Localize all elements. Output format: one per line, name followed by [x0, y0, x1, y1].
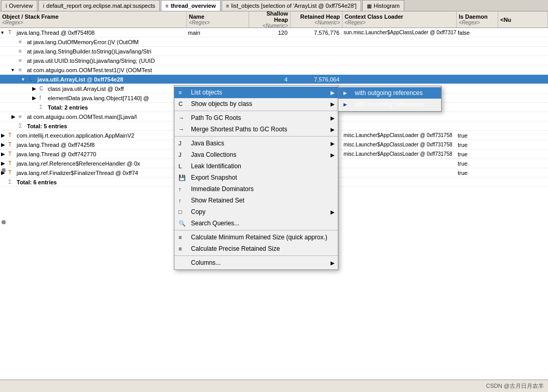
- row-label: elementData java.lang.Object[71140] @: [48, 95, 149, 101]
- col-sub-shallow: <Numeric>: [251, 23, 288, 28]
- cell-daemon: true: [457, 159, 498, 168]
- menu-separator: [174, 111, 338, 111]
- expand-icon[interactable]: ▶: [1, 132, 8, 138]
- cell-rest: [498, 28, 548, 37]
- table-header: Object / Stack Frame <Regex> Name <Regex…: [0, 11, 548, 28]
- table-row[interactable]: ≡at java.lang.OutOfMemoryError.()V (OutO…: [0, 37, 548, 47]
- expand-icon[interactable]: ▾: [1, 30, 8, 35]
- cell-context: [342, 112, 457, 121]
- menu-arrow-java_collections: ▶: [331, 152, 335, 158]
- table-row[interactable]: ▾L java.util.ArrayList @ 0xff754e2847,57…: [0, 75, 548, 84]
- expand-icon[interactable]: ▾: [11, 67, 19, 73]
- menu-label-java_basics: Java Basics: [191, 140, 327, 147]
- menu-item-list_objects[interactable]: ≡List objects▶►with outgoing references►…: [174, 87, 338, 98]
- submenu-item-with_incoming[interactable]: ►with incoming references: [338, 99, 441, 110]
- row-icon: T: [8, 151, 16, 157]
- expand-icon[interactable]: ▶: [1, 160, 8, 166]
- tab-thread-overview[interactable]: ≡ thread_overview: [161, 0, 221, 11]
- table-row[interactable]: ≡at java.util.UUID.toString()Ljava/lang/…: [0, 56, 548, 65]
- cell-shallow: [249, 65, 291, 74]
- menu-item-export_snap[interactable]: 💾Export Snapshot: [174, 172, 338, 183]
- row-label: java.lang.ref.Finalizer$FinalizerThread …: [17, 170, 138, 176]
- col-header-name[interactable]: Name <Regex>: [187, 11, 249, 28]
- cell-rest: [498, 178, 548, 186]
- submenu-item-with_outgoing[interactable]: ►with outgoing references: [338, 87, 441, 99]
- col-label-rest: <Nu: [500, 17, 545, 23]
- cell-obj: ▶Tjava.lang.Thread @ 0xff7425f8: [0, 140, 187, 149]
- tab-overview[interactable]: i Overview: [1, 0, 37, 11]
- menu-item-merge_paths[interactable]: →Merge Shortest Paths to GC Roots▶: [174, 124, 338, 135]
- menu-label-calc_min: Calculate Minimum Retained Size (quick a…: [191, 234, 327, 241]
- cell-context: [342, 168, 457, 177]
- cell-daemon: true: [457, 131, 498, 140]
- cell-shallow: 4: [249, 75, 291, 84]
- table-row[interactable]: ≡at java.lang.StringBuilder.toString()Lj…: [0, 47, 548, 56]
- col-header-daemon[interactable]: Is Daemon <Regex>: [457, 11, 498, 28]
- cell-retained: 7,576,776: [291, 28, 342, 37]
- cell-name: [187, 65, 249, 74]
- menu-arrow-columns: ▶: [331, 260, 335, 266]
- main-area: Object / Stack Frame <Regex> Name <Regex…: [0, 11, 548, 380]
- cell-daemon: false: [457, 28, 498, 37]
- menu-item-imm_dom[interactable]: ↑Immediate Dominators: [174, 183, 338, 195]
- side-dot-2: [2, 220, 6, 224]
- cell-daemon: true: [457, 168, 498, 177]
- menu-item-columns[interactable]: Columns...▶: [174, 257, 338, 268]
- submenu-label-with_incoming: with incoming references: [355, 101, 424, 108]
- menu-arrow-merge_paths: ▶: [331, 127, 335, 132]
- col-sub-retained: <Numeric>: [293, 20, 340, 25]
- menu-item-show_retained[interactable]: ↑Show Retained Set: [174, 195, 338, 206]
- tab-histogram[interactable]: ▦ Histogram: [362, 0, 404, 11]
- row-label: at com.atguigu.oom.OOMTest.test1()V (OOM…: [27, 67, 152, 73]
- cell-name: [187, 47, 249, 56]
- row-label: at java.util.UUID.toString()Ljava/lang/S…: [27, 58, 155, 64]
- menu-item-search_queries[interactable]: 🔍Search Queries...: [174, 218, 338, 229]
- submenu-list-objects: ►with outgoing references►with incoming …: [338, 86, 442, 112]
- menu-item-copy[interactable]: □Copy▶: [174, 206, 338, 218]
- cell-rest: [498, 159, 548, 168]
- cell-obj: ▾Tjava.lang.Thread @ 0xff754f08: [0, 28, 187, 37]
- expand-icon[interactable]: ▶: [1, 151, 8, 157]
- cell-rest: [498, 121, 548, 130]
- menu-icon-leak_id: L: [179, 163, 188, 169]
- row-icon: Σ: [19, 123, 26, 129]
- menu-label-java_collections: Java Collections: [191, 151, 327, 158]
- col-header-retained[interactable]: Retained Heap <Numeric>: [291, 11, 342, 28]
- expand-icon[interactable]: ▶: [32, 95, 39, 101]
- menu-separator: [174, 230, 338, 231]
- tab-list-objects[interactable]: ≡ list_objects [selection of 'ArrayList …: [222, 0, 361, 11]
- menu-item-leak_id[interactable]: LLeak Identification: [174, 160, 338, 172]
- col-label-shallow: Shallow Heap: [251, 11, 288, 23]
- tab-default-report[interactable]: i default_report org.eclipse.mat.api:sus…: [38, 0, 160, 11]
- table-row[interactable]: ▾≡at com.atguigu.oom.OOMTest.test1()V (O…: [0, 65, 548, 75]
- row-icon: ≡: [19, 48, 26, 54]
- menu-item-java_basics[interactable]: JJava Basics▶: [174, 138, 338, 149]
- row-label: java.lang.Thread @ 0xff754f08: [17, 30, 94, 36]
- cell-rest: [498, 65, 548, 74]
- menu-item-path_to_gc[interactable]: →Path To GC Roots▶: [174, 112, 338, 124]
- menu-icon-imm_dom: ↑: [179, 186, 188, 192]
- cell-rest: [498, 75, 548, 84]
- cell-obj: ΣTotal: 2 entries: [0, 103, 187, 112]
- menu-item-java_collections[interactable]: JJava Collections▶: [174, 149, 338, 160]
- cell-obj: ▶C class java.util.ArrayList @ 0xff: [0, 84, 187, 93]
- expand-icon[interactable]: ▾: [22, 76, 29, 82]
- menu-item-calc_min[interactable]: ≡Calculate Minimum Retained Size (quick …: [174, 232, 338, 243]
- col-header-rest[interactable]: <Nu: [498, 11, 548, 28]
- col-header-obj[interactable]: Object / Stack Frame <Regex>: [0, 11, 187, 28]
- cell-daemon: [457, 93, 498, 102]
- cell-rest: [498, 140, 548, 149]
- col-header-context[interactable]: Context Class Loader <Regex>: [342, 11, 457, 28]
- expand-icon[interactable]: ▶: [32, 86, 39, 91]
- col-header-shallow[interactable]: Shallow Heap <Numeric>: [249, 11, 291, 28]
- bottom-bar: CSDN @古月日月农羊: [0, 380, 548, 392]
- cell-retained: [291, 47, 342, 56]
- cell-daemon: [457, 47, 498, 56]
- menu-item-show_by_class[interactable]: CShow objects by class▶: [174, 98, 338, 110]
- expand-icon[interactable]: ▶: [11, 114, 19, 119]
- menu-label-show_retained: Show Retained Set: [191, 197, 327, 204]
- table-row[interactable]: ▾Tjava.lang.Thread @ 0xff754f08main1207,…: [0, 28, 548, 37]
- menu-item-calc_precise[interactable]: ≡Calculate Precise Retained Size: [174, 243, 338, 254]
- row-icon: T: [8, 132, 16, 138]
- expand-icon[interactable]: ▶: [1, 142, 8, 147]
